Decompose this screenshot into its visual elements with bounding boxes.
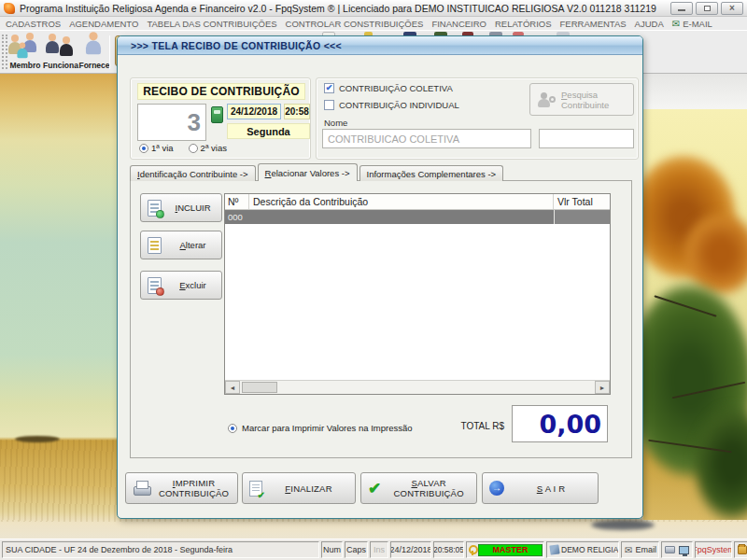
status-devices-panel [661, 541, 693, 558]
total-label: TOTAL R$ [409, 421, 504, 431]
employees-icon [43, 33, 78, 62]
tab-strip: Identificação Contribuinte -> Relacionar… [130, 163, 505, 181]
exit-arrow-icon [489, 481, 504, 496]
receipt-date-field[interactable]: 24/12/2018 [227, 104, 281, 119]
status-user-panel: MASTER [466, 541, 544, 558]
status-date: 24/12/2018 [390, 541, 431, 558]
dialog-titlebar[interactable]: >>> TELA RECIBO DE CONTRIBUIÇÃO <<< [118, 36, 642, 55]
menu-ferramentas[interactable]: FERRAMENTAS [560, 19, 627, 29]
tab-identificacao-contribuinte[interactable]: Identificação Contribuinte -> [130, 165, 256, 181]
menu-bar: CADASTROS AGENDAMENTO TABELA DAS CONTRIB… [0, 18, 747, 30]
restore-button[interactable] [696, 2, 718, 15]
tab-informacoes-complementares[interactable]: Informações Complementares -> [359, 165, 504, 181]
application-window: Programa Instituição Religiosa Agenda e … [0, 0, 747, 560]
green-foliage [681, 389, 747, 520]
menu-relatorios[interactable]: RELATÓRIOS [495, 19, 552, 29]
receipt-time-field: 20:58 [284, 104, 310, 119]
minimize-button[interactable] [670, 2, 693, 15]
scroll-left-button[interactable]: ◄ [225, 381, 240, 394]
scroll-right-button[interactable]: ► [595, 381, 610, 394]
status-folder-panel[interactable] [734, 541, 747, 558]
tab-relacionar-valores[interactable]: Relacionar Valores -> [258, 163, 358, 181]
status-brand: FpqSystem [695, 545, 732, 554]
horizontal-scrollbar[interactable]: ◄ ► [225, 380, 610, 394]
menu-agendamento[interactable]: AGENDAMENTO [69, 19, 138, 29]
receipt-groupbox: RECIBO DE CONTRIBUIÇÃO 3 24/12/2018 20:5… [130, 77, 311, 160]
window-controls: × [670, 2, 743, 15]
status-num-lock: Num [321, 541, 343, 558]
delete-record-icon [148, 277, 162, 294]
radio-icon [139, 144, 148, 153]
recibo-contribuicao-dialog: >>> TELA RECIBO DE CONTRIBUIÇÃO <<< RECI… [117, 35, 643, 519]
nome-input[interactable]: CONTRIBUICAO COLETIVA [322, 129, 531, 148]
status-time: 20:58:05 [433, 541, 464, 558]
key-icon [468, 544, 477, 555]
toolbar-button-funcionario[interactable]: Funciona [43, 33, 78, 70]
menu-controlar-contribuicoes[interactable]: CONTROLAR CONSTRIBUIÇÕES [286, 19, 424, 29]
field-shadow [591, 520, 655, 530]
status-email: Email [635, 545, 656, 554]
add-record-icon [148, 200, 162, 217]
status-license: DEMO RELIGIAO 2.0 [561, 545, 619, 554]
menu-financeiro[interactable]: FINANCEIRO [431, 19, 486, 29]
sair-button[interactable]: S A I R [482, 472, 599, 504]
column-vlr-total[interactable]: Vlr Total [554, 194, 610, 209]
total-value: 0,00 [512, 405, 608, 442]
excluir-button[interactable]: Excluir [140, 271, 222, 300]
pen-icon [549, 544, 559, 554]
supplier-icon [77, 33, 112, 62]
incluir-button[interactable]: INCLUIR [140, 193, 222, 222]
checkbox-contribuicao-coletiva[interactable]: CONTRIBUIÇÃO COLETIVA [324, 83, 453, 93]
radio-segunda-via[interactable]: 2ª vias [189, 143, 227, 153]
menu-email[interactable]: E-MAIL [672, 19, 712, 29]
toolbar-button-membro[interactable]: Membro [7, 33, 43, 70]
radio-icon [228, 424, 237, 433]
folder-icon [738, 545, 747, 554]
monitor-icon [679, 546, 689, 554]
status-user: MASTER [478, 544, 543, 556]
pesquisa-contribuinte-button[interactable]: Pesquisa Contribuinte [529, 83, 634, 116]
window-title: Programa Instituição Religiosa Agenda e … [20, 3, 656, 14]
imprimir-contribuicao-button[interactable]: IMPRIMIR CONTRIBUIÇÃO [125, 472, 238, 504]
printer-icon [133, 481, 150, 496]
receipt-number-field[interactable]: 3 [137, 104, 206, 141]
checkbox-contribuicao-individual[interactable]: CONTRIBUIÇÃO INDIVIDUAL [324, 100, 459, 110]
email-icon [672, 19, 680, 29]
app-icon [4, 3, 15, 14]
restore-icon [704, 6, 711, 11]
menu-ajuda[interactable]: AJUDA [635, 19, 664, 29]
contribuinte-groupbox: CONTRIBUIÇÃO COLETIVA CONTRIBUIÇÃO INDIV… [316, 77, 639, 160]
alterar-button[interactable]: Alterar [140, 231, 222, 259]
finalizar-button[interactable]: FINALIZAR [242, 472, 356, 504]
salvar-contribuicao-button[interactable]: SALVAR CONTRIBUIÇÃO [360, 472, 477, 504]
relacionar-valores-panel: INCLUIR Alterar Excluir Nº Descrição da … [130, 180, 632, 458]
radio-primeira-via[interactable]: 1ª via [139, 143, 174, 153]
person-search-icon [537, 91, 556, 109]
contributions-table: Nº Descrição da Contribuição Vlr Total 0… [224, 193, 611, 395]
client-area-strip [642, 74, 747, 109]
printer-icon [665, 546, 675, 553]
radio-icon [189, 144, 198, 153]
column-numero[interactable]: Nº [225, 194, 249, 209]
status-caps-lock: Caps [345, 541, 368, 558]
close-icon: × [729, 4, 735, 13]
scrollbar-thumb[interactable] [242, 382, 277, 393]
toolbar-button-fornecedor[interactable]: Fornece [77, 33, 112, 70]
envelope-icon [625, 545, 632, 555]
menu-cadastros[interactable]: CADASTROS [6, 19, 61, 29]
notepad-icon[interactable] [211, 106, 223, 123]
field-bush [15, 436, 60, 442]
status-brand-panel: FpqSystem [695, 541, 732, 558]
close-button[interactable]: × [721, 2, 743, 15]
receipt-weekday: Segunda [227, 123, 310, 139]
status-email-panel[interactable]: Email [621, 541, 659, 558]
table-header: Nº Descrição da Contribuição Vlr Total [225, 194, 610, 210]
checkbox-unchecked-icon [324, 100, 334, 110]
column-descricao[interactable]: Descrição da Contribuição [249, 194, 554, 209]
status-insert: Ins [370, 541, 388, 558]
menu-tabela-contribuicoes[interactable]: TABELA DAS CONTRIBUIÇÕES [147, 19, 276, 29]
table-row[interactable]: 000 [225, 210, 610, 224]
toolbar-separator [109, 35, 110, 69]
codigo-input[interactable] [539, 129, 634, 148]
radio-imprimir-valores[interactable]: Marcar para Imprimir Valores na Impressã… [228, 423, 413, 433]
